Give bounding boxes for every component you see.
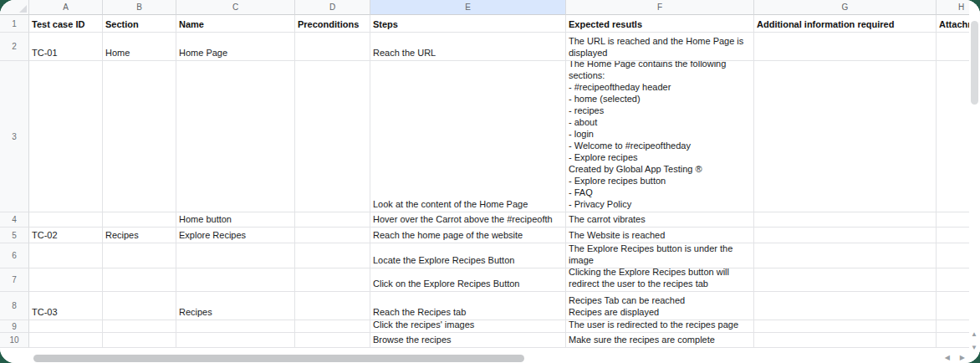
cell-A2[interactable]: TC-01 [29,33,103,61]
cell-F3[interactable]: The Home Page contains the following sec… [566,61,754,212]
cell-C4[interactable]: Home button [176,212,295,228]
cell-F10[interactable]: Make sure the recipes are complete [566,333,754,348]
cell-A6[interactable] [29,243,103,268]
cell-C6[interactable] [176,243,295,268]
cell-C3[interactable] [176,61,295,212]
cell-B10[interactable] [103,333,176,348]
cell-D4[interactable] [295,212,370,228]
cell-E10[interactable]: Browse the recipes [370,333,566,348]
column-header-e[interactable]: E [370,0,566,15]
cell-B1[interactable]: Section [103,15,176,33]
column-header-d[interactable]: D [295,0,370,15]
cell-C5[interactable]: Explore Recipes [176,228,295,243]
cell-D6[interactable] [295,243,370,268]
cell-E8[interactable]: Reach the Recipes tab [370,292,566,320]
cell-F5[interactable]: The Website is reached [566,228,754,243]
cell-G8[interactable] [754,292,937,320]
row-header-4[interactable]: 4 [0,212,29,228]
cell-G4[interactable] [754,212,937,228]
cell-B6[interactable] [103,243,176,268]
cell-G6[interactable] [754,243,937,268]
cell-A5[interactable]: TC-02 [29,228,103,243]
scroll-right-icon[interactable]: ▶ [960,355,965,361]
cell-F4[interactable]: The carrot vibrates [566,212,754,228]
column-header-g[interactable]: G [754,0,937,15]
row-header-2[interactable]: 2 [0,33,29,61]
cell-E5[interactable]: Reach the home page of the website [370,228,566,243]
sheet-grid: ABCDEFGH1Test case IDSectionNamePrecondi… [0,0,980,348]
cell-B4[interactable] [103,212,176,228]
column-header-b[interactable]: B [103,0,176,15]
cell-D2[interactable] [295,33,370,61]
cell-G2[interactable] [754,33,937,61]
cell-E7[interactable]: Click on the Explore Recipes Button [370,268,566,292]
cell-G7[interactable] [754,268,937,292]
cell-A8[interactable]: TC-03 [29,292,103,320]
cell-C7[interactable] [176,268,295,292]
cell-E6[interactable]: Locate the Explore Recipes Button [370,243,566,268]
cell-A4[interactable] [29,212,103,228]
cell-F2[interactable]: The URL is reached and the Home Page is … [566,33,754,61]
cell-G10[interactable] [754,333,937,348]
cell-G5[interactable] [754,228,937,243]
column-header-f[interactable]: F [566,0,754,15]
cell-C9[interactable] [176,320,295,333]
cell-G9[interactable] [754,320,937,333]
cell-F6[interactable]: The Explore Recipes button is under the … [566,243,754,268]
cell-E1[interactable]: Steps [370,15,566,33]
row-header-8[interactable]: 8 [0,292,29,320]
row-header-5[interactable]: 5 [0,228,29,243]
select-all-triangle-icon [19,5,27,13]
scroll-down-icon[interactable]: ▼ [971,345,977,351]
cell-D7[interactable] [295,268,370,292]
select-all-corner[interactable] [0,0,29,15]
spreadsheet-frame: ABCDEFGH1Test case IDSectionNamePrecondi… [0,0,980,363]
cell-E3[interactable]: Look at the content of the Home Page [370,61,566,212]
cell-B5[interactable]: Recipes [103,228,176,243]
cell-D10[interactable] [295,333,370,348]
cell-G3[interactable] [754,61,937,212]
row-header-1[interactable]: 1 [0,15,29,33]
cell-D8[interactable] [295,292,370,320]
cell-B3[interactable] [103,61,176,212]
vertical-scrollbar-thumb[interactable] [971,21,978,105]
column-header-a[interactable]: A [29,0,103,15]
cell-G1[interactable]: Additional information required [754,15,937,33]
cell-F9[interactable]: The user is redirected to the recipes pa… [566,320,754,333]
cell-D3[interactable] [295,61,370,212]
cell-C10[interactable] [176,333,295,348]
row-header-10[interactable]: 10 [0,333,29,348]
cell-E9[interactable]: Click the recipes' images [370,320,566,333]
cell-A7[interactable] [29,268,103,292]
cell-A10[interactable] [29,333,103,348]
scroll-up-icon[interactable]: ▲ [971,331,977,338]
row-header-3[interactable]: 3 [0,61,29,212]
cell-D1[interactable]: Preconditions [295,15,370,33]
horizontal-scrollbar-thumb[interactable] [33,355,524,362]
cell-B8[interactable] [103,292,176,320]
cell-A3[interactable] [29,61,103,212]
cell-E4[interactable]: Hover over the Carrot above the #recipeo… [370,212,566,228]
cell-C2[interactable]: Home Page [176,33,295,61]
cell-B9[interactable] [103,320,176,333]
cell-B2[interactable]: Home [103,33,176,61]
cell-F7[interactable]: Clicking the Explore Recipes button will… [566,268,754,292]
cell-A9[interactable] [29,320,103,333]
cell-A1[interactable]: Test case ID [29,15,103,33]
cell-B7[interactable] [103,268,176,292]
column-header-c[interactable]: C [176,0,295,15]
row-header-6[interactable]: 6 [0,243,29,268]
cell-F1[interactable]: Expected resutls [566,15,754,33]
cell-E2[interactable]: Reach the URL [370,33,566,61]
cell-C8[interactable]: Recipes [176,292,295,320]
scroll-left-icon[interactable]: ◀ [945,355,950,361]
row-header-7[interactable]: 7 [0,268,29,292]
cell-F8[interactable]: Recipes Tab can be reached Recipes are d… [566,292,754,320]
cell-D9[interactable] [295,320,370,333]
cell-D5[interactable] [295,228,370,243]
row-header-9[interactable]: 9 [0,320,29,333]
cell-C1[interactable]: Name [176,15,295,33]
